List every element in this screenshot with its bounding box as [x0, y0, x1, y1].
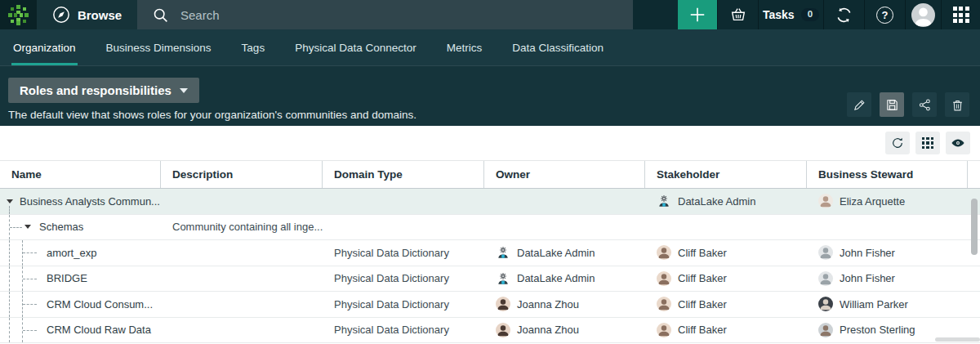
column-header-name[interactable]: Name [0, 161, 161, 188]
column-header-owner[interactable]: Owner [484, 161, 645, 188]
avatar [496, 297, 510, 311]
table-row[interactable]: amort_expPhysical Data DictionaryDataLak… [0, 240, 980, 266]
owner-cell: DataLake Admin [484, 266, 645, 292]
tree-line [9, 206, 10, 214]
chevron-down-icon [180, 88, 188, 93]
search-input[interactable] [180, 8, 572, 22]
tasks-count-badge: 0 [801, 8, 819, 21]
robot-avatar-icon [496, 271, 510, 286]
save-view-button[interactable] [880, 92, 904, 117]
owner-cell [484, 189, 645, 214]
business-steward-name[interactable]: John Fisher [840, 272, 895, 284]
business-steward-name[interactable]: Eliza Arquette [840, 195, 905, 208]
table-row[interactable]: CRM Cloud Raw DataPhysical Data Dictiona… [0, 318, 980, 344]
tree-line [9, 292, 10, 317]
entity-name[interactable]: CRM Cloud Raw Data [47, 324, 151, 336]
expand-caret-icon[interactable] [7, 199, 13, 203]
description-cell: Community containing all inge... [161, 215, 323, 240]
browse-button[interactable]: Browse [37, 0, 137, 29]
collibra-logo-icon [7, 4, 29, 26]
create-asset-button[interactable] [678, 0, 717, 29]
owner-name[interactable]: DataLake Admin [517, 247, 595, 259]
column-header-stakeholder[interactable]: Stakeholder [645, 161, 807, 188]
sync-button[interactable] [823, 0, 864, 29]
domain-type-cell: Physical Data Dictionary [323, 240, 484, 266]
view-description: The default view that shows roles for yo… [8, 109, 416, 121]
table-header: Name Description Domain Type Owner Stake… [0, 160, 980, 189]
person-photo-icon [657, 271, 671, 286]
sync-icon [835, 6, 853, 25]
entity-name[interactable]: CRM Cloud Consum... [47, 298, 153, 310]
tree-line [23, 330, 37, 331]
help-button[interactable]: ? [864, 0, 905, 29]
stakeholder-name[interactable]: Cliff Baker [678, 272, 727, 284]
row-filler [968, 266, 980, 292]
owner-name[interactable]: Joanna Zhou [517, 298, 579, 310]
top-navigation-bar: Browse Tasks [0, 0, 980, 29]
stakeholder-cell: DataLake Admin [645, 189, 807, 214]
preview-button[interactable] [946, 132, 970, 154]
tab-data-classification[interactable]: Data Classification [510, 29, 605, 65]
share-icon [918, 98, 932, 112]
edit-view-button[interactable] [847, 92, 871, 117]
vertical-scrollbar-thumb[interactable] [971, 199, 978, 255]
apps-menu-button[interactable] [941, 0, 980, 29]
description-cell [161, 318, 323, 343]
column-header-description[interactable]: Description [161, 161, 323, 188]
view-selector-dropdown[interactable]: Roles and responsibilities [8, 78, 199, 103]
description-cell [161, 240, 323, 266]
table-row[interactable]: SchemasCommunity containing all inge... [0, 215, 980, 241]
edit-pencil-icon [853, 98, 866, 112]
avatar [818, 245, 833, 260]
topbar-spacer [633, 0, 678, 29]
expand-caret-icon[interactable] [24, 225, 31, 229]
help-icon: ? [876, 7, 893, 24]
tab-business-dimensions[interactable]: Business Dimensions [105, 29, 213, 65]
entity-name[interactable]: amort_exp [47, 247, 96, 259]
column-header-business-steward[interactable]: Business Steward [807, 161, 968, 188]
refresh-button[interactable] [885, 132, 910, 154]
user-menu-button[interactable] [905, 0, 941, 29]
business-steward-cell: Eliza Arquette [807, 189, 968, 214]
share-view-button[interactable] [912, 92, 937, 117]
robot-avatar-icon [496, 245, 510, 260]
data-basket-button[interactable] [717, 0, 758, 29]
business-steward-cell: John Fisher [807, 266, 968, 292]
stakeholder-cell [645, 215, 807, 240]
entity-name[interactable]: BRIDGE [47, 272, 87, 284]
compass-icon [52, 6, 70, 24]
tab-organization[interactable]: Organization [11, 29, 78, 65]
stakeholder-name[interactable]: Cliff Baker [678, 324, 727, 336]
delete-view-button[interactable] [945, 92, 969, 117]
global-search[interactable] [137, 0, 633, 29]
table-row[interactable]: BRIDGEPhysical Data DictionaryDataLake A… [0, 266, 980, 293]
business-steward-name[interactable]: Preston Sterling [840, 324, 915, 336]
business-steward-name[interactable]: William Parker [840, 298, 908, 310]
owner-name[interactable]: DataLake Admin [517, 272, 595, 284]
business-steward-name[interactable]: John Fisher [840, 247, 895, 259]
entity-name[interactable]: Schemas [39, 221, 83, 233]
tasks-label: Tasks [763, 8, 795, 21]
domain-type-cell: Physical Data Dictionary [323, 292, 484, 317]
tab-physical-data-connector[interactable]: Physical Data Connector [293, 29, 418, 65]
owner-name[interactable]: Joanna Zhou [517, 324, 579, 336]
stakeholder-name[interactable]: Cliff Baker [678, 247, 727, 259]
table-row[interactable]: CRM Cloud Consum...Physical Data Diction… [0, 292, 980, 318]
app-logo[interactable] [0, 0, 37, 29]
table-row[interactable]: Business Analysts Commun...DataLake Admi… [0, 189, 980, 215]
column-header-domain-type[interactable]: Domain Type [323, 161, 484, 188]
stakeholder-name[interactable]: DataLake Admin [678, 195, 755, 208]
person-photo-icon [657, 323, 671, 337]
tasks-button[interactable]: Tasks 0 [758, 0, 823, 29]
tab-tags[interactable]: Tags [240, 29, 267, 65]
search-icon [152, 7, 169, 24]
grid-view-icon [922, 137, 934, 150]
column-settings-button[interactable] [915, 132, 940, 154]
tab-metrics[interactable]: Metrics [445, 29, 484, 65]
tree-line [9, 266, 10, 292]
name-cell: BRIDGE [0, 266, 161, 292]
stakeholder-name[interactable]: Cliff Baker [678, 298, 727, 310]
entity-name[interactable]: Business Analysts Commun... [20, 195, 160, 208]
avatar [818, 323, 833, 337]
horizontal-scrollbar-thumb[interactable] [935, 337, 980, 342]
